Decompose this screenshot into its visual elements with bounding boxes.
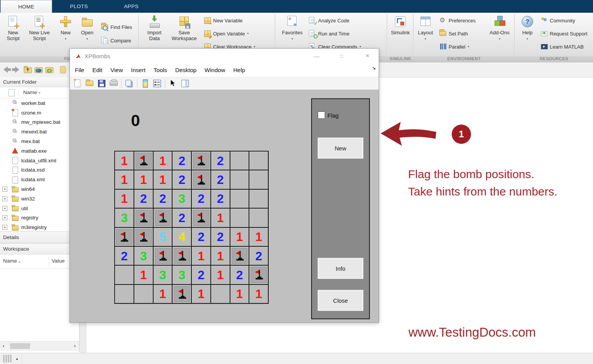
simulink-button[interactable]: Simulink — [389, 15, 412, 35]
mine-cell[interactable]: 3 — [154, 266, 172, 284]
mine-cell[interactable]: 2 — [192, 228, 210, 246]
property-inspector-icon[interactable] — [181, 79, 189, 88]
up-folder-icon[interactable] — [23, 65, 33, 74]
file-row[interactable]: lcdata.xml — [0, 175, 79, 184]
save-figure-icon[interactable] — [97, 79, 106, 88]
mine-cell[interactable] — [173, 247, 191, 265]
menu-file[interactable]: File — [75, 67, 84, 73]
request-support-button[interactable]: Request Support — [540, 30, 588, 37]
mine-cell[interactable] — [249, 190, 268, 208]
open-file-icon[interactable] — [85, 79, 94, 88]
mine-cell[interactable] — [154, 247, 172, 265]
file-row[interactable]: worker.bat — [0, 98, 79, 108]
mine-cell[interactable]: 2 — [154, 190, 172, 208]
mine-cell[interactable] — [192, 152, 210, 170]
mine-cell[interactable]: 3 — [173, 266, 191, 284]
mine-cell[interactable]: 1 — [115, 190, 134, 208]
file-row[interactable]: mex.bat — [0, 136, 79, 146]
open-variable-button[interactable]: Open Variable ▼ — [204, 30, 249, 37]
save-workspace-button[interactable]: Save Workspace — [171, 15, 198, 41]
learn-matlab-button[interactable]: Learn MATLAB — [540, 43, 584, 51]
mine-cell[interactable]: 2 — [249, 247, 268, 265]
mine-cell[interactable] — [249, 266, 268, 284]
tab-apps[interactable]: APPS — [107, 0, 156, 13]
print-icon[interactable] — [109, 79, 118, 88]
tab-home[interactable]: HOME — [0, 0, 52, 13]
parallel-button[interactable]: Parallel ▼ — [439, 43, 469, 51]
horizontal-scrollbar[interactable]: ‹ › — [0, 341, 79, 351]
expand-up-icon[interactable]: ▲ — [15, 357, 19, 361]
mine-cell[interactable]: 1 — [230, 285, 249, 303]
mine-cell[interactable] — [230, 152, 249, 170]
mine-cell[interactable]: 2 — [192, 266, 210, 284]
mine-cell[interactable] — [249, 152, 268, 170]
file-row[interactable]: win32 — [0, 194, 79, 204]
analyze-code-button[interactable]: Analyze Code — [309, 17, 349, 24]
compare-button[interactable]: Compare — [101, 37, 131, 44]
menu-window[interactable]: Window — [205, 67, 225, 73]
new-game-button[interactable]: New — [317, 137, 364, 159]
info-button[interactable]: Info — [317, 258, 364, 279]
mine-cell[interactable]: 1 — [154, 285, 172, 303]
menu-tools[interactable]: Tools — [154, 67, 167, 73]
mine-cell[interactable] — [192, 209, 210, 227]
file-row[interactable]: lcdata.xsd — [0, 165, 79, 175]
mine-cell[interactable]: 1 — [249, 228, 268, 246]
menu-insert[interactable]: Insert — [131, 67, 146, 73]
mine-cell[interactable] — [249, 209, 268, 227]
file-row[interactable]: m3iregistry — [0, 222, 79, 232]
mine-cell[interactable] — [173, 285, 191, 303]
mine-cell[interactable]: 1 — [230, 228, 249, 246]
workspace-header[interactable]: Workspace — [0, 244, 79, 254]
mine-cell[interactable] — [134, 152, 153, 170]
import-data-button[interactable]: Import Data — [144, 15, 165, 41]
mine-cell[interactable]: 2 — [173, 209, 191, 227]
parallel-pool-icon[interactable] — [3, 355, 12, 362]
mine-cell[interactable]: 2 — [211, 228, 230, 246]
minimize-button[interactable]: — — [312, 52, 321, 60]
cloud-folder-icon[interactable] — [34, 65, 44, 74]
community-button[interactable]: Community — [540, 17, 575, 24]
file-list-column-header[interactable]: Name▾ — [0, 87, 79, 98]
menu-desktop[interactable]: Desktop — [175, 67, 197, 73]
file-row[interactable]: mexext.bat — [0, 127, 79, 136]
name-column-header[interactable]: Name — [23, 89, 37, 95]
mine-cell[interactable]: 1 — [211, 209, 230, 227]
new-live-script-button[interactable]: New Live Script — [25, 15, 53, 41]
mine-cell[interactable]: 1 — [115, 152, 134, 170]
cursor-icon[interactable] — [169, 79, 177, 88]
mine-cell[interactable]: 3 — [115, 209, 134, 227]
expand-plus-icon[interactable] — [2, 187, 7, 192]
mine-cell[interactable] — [154, 209, 172, 227]
file-row[interactable]: registry — [0, 213, 79, 223]
scroll-right-icon[interactable]: › — [74, 343, 76, 349]
mine-cell[interactable]: 2 — [173, 152, 191, 170]
mine-cell[interactable]: 1 — [115, 170, 134, 189]
mine-cell[interactable]: 1 — [192, 247, 210, 265]
add-ons-button[interactable]: Add-Ons ▼ — [487, 15, 512, 42]
browse-folder-icon[interactable] — [45, 65, 54, 74]
new-script-button[interactable]: New Script — [2, 15, 24, 41]
mine-cell[interactable] — [230, 170, 249, 189]
mine-cell[interactable]: 1 — [154, 152, 172, 170]
file-row[interactable]: win64 — [0, 184, 79, 194]
mine-cell[interactable]: 2 — [230, 266, 249, 284]
file-row[interactable]: ozone.m — [0, 108, 79, 118]
mine-cell[interactable] — [230, 247, 249, 265]
mine-cell[interactable] — [249, 170, 268, 189]
new-figure-icon[interactable] — [73, 79, 82, 88]
forward-arrow-icon[interactable] — [12, 65, 21, 74]
menu-view[interactable]: View — [110, 67, 123, 73]
mine-cell[interactable]: 2 — [134, 190, 153, 208]
mine-cell[interactable]: 2 — [192, 190, 210, 208]
mine-cell[interactable]: 1 — [134, 266, 153, 284]
mine-cell[interactable]: 4 — [173, 228, 191, 246]
mine-cell[interactable] — [115, 285, 134, 303]
window-title-bar[interactable]: XPBombs — □ × — [70, 49, 379, 63]
close-window-button[interactable]: × — [363, 52, 372, 60]
help-button[interactable]: ? Help ▼ — [518, 15, 537, 42]
mine-cell[interactable] — [230, 209, 249, 227]
mine-cell[interactable]: 3 — [173, 190, 191, 208]
workspace-column-header[interactable]: Name▴ Value — [0, 254, 79, 268]
current-folder-header[interactable]: Current Folder — [0, 77, 79, 87]
